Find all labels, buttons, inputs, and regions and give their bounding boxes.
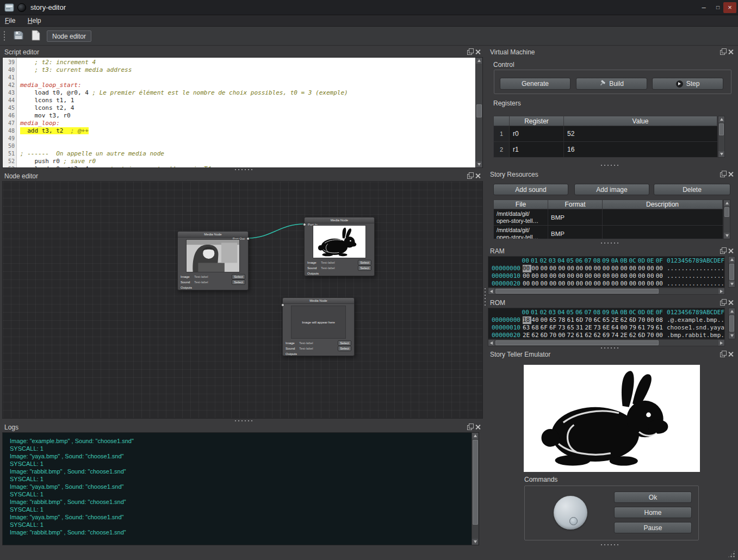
column-header-format[interactable]: Format xyxy=(548,200,603,209)
hex-byte[interactable]: 00 xyxy=(549,272,558,280)
window-titlebar[interactable]: story-editor – □ × xyxy=(0,0,738,15)
ram-hex[interactable]: 000102030405060708090A0B0C0D0E0F01234567… xyxy=(488,256,725,288)
node-editor-canvas[interactable]: Media Node Port Out Image Test-label xyxy=(2,181,483,419)
media-node-2[interactable]: Media Node Port In xyxy=(304,217,375,276)
ram-panel-header[interactable]: RAM xyxy=(488,247,736,256)
hex-byte[interactable]: 00 xyxy=(549,265,558,272)
script-editor[interactable]: 394041424344454647484950515253 ; t2: inc… xyxy=(2,57,483,168)
scroll-up-button[interactable] xyxy=(472,433,478,439)
resource-description-cell[interactable] xyxy=(603,209,723,225)
hex-byte[interactable]: 00 xyxy=(611,280,620,288)
hex-byte[interactable]: 00 xyxy=(647,316,655,324)
hex-byte[interactable]: 00 xyxy=(541,272,549,280)
select-button[interactable]: Select xyxy=(358,260,371,265)
scroll-down-button[interactable] xyxy=(718,151,724,157)
hex-byte[interactable]: 00 xyxy=(647,272,655,280)
scroll-right-button[interactable] xyxy=(718,288,724,294)
delete-button[interactable]: Delete xyxy=(654,184,730,195)
input-port[interactable] xyxy=(281,303,284,307)
close-panel-icon[interactable] xyxy=(728,300,734,306)
hex-byte[interactable]: 70 xyxy=(638,316,647,324)
float-panel-icon[interactable] xyxy=(467,425,472,430)
hex-byte[interactable]: 08 xyxy=(656,316,665,324)
scroll-up-button[interactable] xyxy=(724,200,730,206)
menu-help[interactable]: Help xyxy=(23,15,46,26)
hex-byte[interactable]: 6C xyxy=(593,316,602,324)
register-name-cell[interactable]: r0 xyxy=(510,126,564,141)
hex-byte[interactable]: 00 xyxy=(593,265,602,272)
splitter-handle[interactable] xyxy=(600,164,621,166)
script-editor-scrollbar[interactable] xyxy=(475,58,482,167)
vm-panel-header[interactable]: Virtual Machine xyxy=(488,48,736,57)
hex-byte[interactable]: 00 xyxy=(603,280,611,288)
hex-byte[interactable]: 00 xyxy=(656,280,665,288)
pause-button[interactable]: Pause xyxy=(614,522,692,533)
hex-byte[interactable]: 2E xyxy=(585,324,593,332)
float-panel-icon[interactable] xyxy=(720,50,725,55)
hex-byte[interactable]: 00 xyxy=(567,272,576,280)
column-header-value[interactable]: Value xyxy=(564,116,717,126)
rom-hex[interactable]: 000102030405060708090A0B0C0D0E0F01234567… xyxy=(488,308,725,339)
window-resize-grip[interactable] xyxy=(728,550,735,558)
hex-byte[interactable]: 00 xyxy=(558,332,567,339)
column-splitter-handle[interactable] xyxy=(484,287,486,308)
node-editor-toggle-button[interactable]: Node editor xyxy=(47,30,91,42)
toolbar-drag-handle[interactable] xyxy=(3,30,6,42)
scrollbar-thumb[interactable] xyxy=(495,289,659,294)
hex-byte[interactable]: 00 xyxy=(603,265,611,272)
hex-byte[interactable]: 00 xyxy=(523,280,531,288)
emulator-panel-header[interactable]: Story Teller Emulator xyxy=(488,350,736,359)
menu-file[interactable]: File xyxy=(0,15,20,26)
close-panel-icon[interactable] xyxy=(475,49,481,55)
hex-byte[interactable]: 62 xyxy=(629,332,638,339)
hex-byte[interactable]: 00 xyxy=(531,280,540,288)
hex-byte[interactable]: 00 xyxy=(629,265,638,272)
scroll-up-button[interactable] xyxy=(729,308,735,314)
resources-scrollbar[interactable] xyxy=(723,200,730,239)
scroll-down-button[interactable] xyxy=(472,539,478,545)
hex-byte[interactable]: 62 xyxy=(531,332,540,339)
hex-byte[interactable]: 70 xyxy=(549,332,558,339)
home-button[interactable]: Home xyxy=(614,507,692,518)
script-code[interactable]: ; t2: increment 4 ; t3: current media ad… xyxy=(17,58,475,167)
scroll-down-button[interactable] xyxy=(729,281,735,287)
output-port[interactable] xyxy=(246,237,250,240)
step-button[interactable]: Step xyxy=(652,78,723,90)
register-value-cell[interactable]: 16 xyxy=(564,142,717,157)
register-row[interactable]: 2 r1 16 xyxy=(494,142,717,158)
script-editor-panel-header[interactable]: Script editor xyxy=(2,48,483,57)
ram-vertical-scrollbar[interactable] xyxy=(728,256,735,288)
hex-byte[interactable]: 79 xyxy=(629,324,638,332)
float-panel-icon[interactable] xyxy=(720,249,725,254)
hex-byte[interactable]: 00 xyxy=(531,272,540,280)
hex-byte[interactable]: 00 xyxy=(523,265,531,272)
select-button[interactable]: Select xyxy=(338,340,351,346)
scroll-down-button[interactable] xyxy=(476,161,482,167)
splitter-handle[interactable] xyxy=(234,169,255,171)
node-editor-panel-header[interactable]: Node editor xyxy=(2,172,483,181)
logs-scrollbar[interactable] xyxy=(472,433,479,545)
hex-byte[interactable]: 00 xyxy=(576,265,585,272)
scrollbar-thumb[interactable] xyxy=(473,440,478,525)
build-button[interactable]: Build xyxy=(576,78,647,90)
hex-byte[interactable]: 00 xyxy=(656,265,665,272)
logs-view[interactable]: Image: "example.bmp" , Sound: "choose1.s… xyxy=(2,432,479,545)
scroll-up-button[interactable] xyxy=(476,58,482,64)
select-button[interactable]: Select xyxy=(232,279,245,285)
resource-row[interactable]: /mnt/data/git/ open-story-tell… BMP xyxy=(494,226,723,239)
rom-panel-header[interactable]: ROM xyxy=(488,298,736,307)
ram-horizontal-scrollbar[interactable] xyxy=(488,288,725,295)
splitter-handle[interactable] xyxy=(234,420,255,422)
hex-byte[interactable]: 61 xyxy=(567,316,576,324)
minimize-button[interactable]: – xyxy=(697,2,710,13)
close-panel-icon[interactable] xyxy=(728,171,734,177)
column-header-description[interactable]: Description xyxy=(603,200,723,209)
splitter-handle[interactable] xyxy=(600,347,621,349)
hex-byte[interactable]: 2E xyxy=(523,332,531,339)
hex-byte[interactable]: 00 xyxy=(647,280,655,288)
new-file-button[interactable] xyxy=(28,29,43,43)
hex-byte[interactable]: 00 xyxy=(629,272,638,280)
hex-byte[interactable]: 63 xyxy=(523,324,531,332)
close-panel-icon[interactable] xyxy=(728,49,734,55)
hex-byte[interactable]: 00 xyxy=(541,316,549,324)
